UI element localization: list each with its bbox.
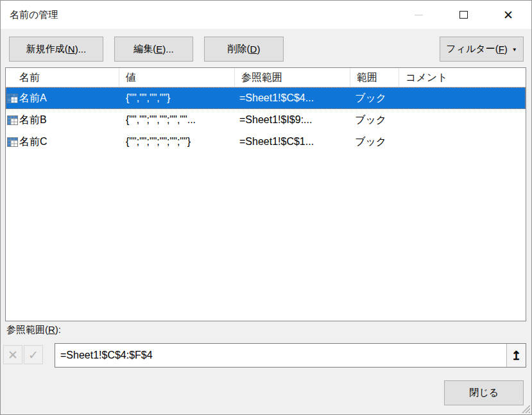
column-header-name[interactable]: 名前 (6, 68, 119, 87)
collapse-dialog-button[interactable]: ↥ (506, 344, 526, 367)
scope-cell: ブック (350, 109, 399, 131)
defined-name-icon (7, 115, 18, 125)
maximize-icon (459, 11, 468, 19)
defined-name-icon (7, 94, 18, 103)
refers-to-box: ↥ (55, 343, 526, 368)
scope-cell: ブック (350, 87, 399, 109)
new-button-suffix: )... (75, 44, 87, 55)
column-header-refers-to[interactable]: 参照範囲 (235, 68, 350, 87)
name-cell: 名前A (19, 87, 47, 109)
delete-button-label: 削除( (228, 43, 250, 55)
table-row-name-b[interactable]: 名前B {"","";"","";"",""... =Sheet1!$I$9:.… (6, 109, 526, 131)
delete-button-suffix: ) (257, 44, 260, 55)
filter-button-suffix: ) (504, 44, 508, 55)
collapse-dialog-icon: ↥ (511, 348, 522, 363)
table-row-name-a[interactable]: 名前A {"","","",""} =Sheet1!$C$4... ブック (6, 87, 526, 109)
value-cell: {"";"";"";"";"";""} (119, 131, 235, 153)
close-window-button[interactable]: ✕ (493, 1, 523, 29)
window-title: 名前の管理 (10, 1, 58, 29)
value-cell: {"","";"","";"",""... (119, 109, 235, 131)
refers-to-input[interactable] (55, 344, 506, 367)
refers-to-cell: =Sheet1!$C$4... (235, 87, 350, 109)
resize-grip[interactable] (520, 403, 530, 413)
cancel-edit-button: ✕ (3, 345, 22, 364)
edit-button-label: 編集( (133, 43, 156, 55)
delete-name-button[interactable]: 削除(D) (204, 37, 284, 62)
close-icon: ✕ (503, 9, 513, 21)
filter-button-mnemonic: F (499, 44, 504, 55)
check-icon: ✓ (28, 349, 39, 361)
titlebar: 名前の管理 ✕ (1, 1, 531, 29)
table-row-name-c[interactable]: 名前C {"";"";"";"";"";""} =Sheet1!$C$1... … (6, 131, 526, 153)
minimize-button (404, 1, 433, 29)
new-name-button[interactable]: 新規作成(N)... (9, 37, 103, 62)
new-button-label: 新規作成( (26, 43, 68, 55)
edit-button-suffix: )... (162, 44, 174, 55)
column-header-value[interactable]: 値 (119, 68, 235, 87)
edit-button-mnemonic: E (156, 44, 162, 55)
cancel-icon: ✕ (8, 349, 18, 361)
minimize-icon (415, 15, 423, 15)
name-cell: 名前C (19, 131, 47, 153)
value-cell: {"","","",""} (119, 87, 235, 109)
name-cell: 名前B (19, 109, 47, 131)
confirm-edit-button: ✓ (24, 345, 43, 364)
filter-button-label: フィルター( (446, 43, 498, 55)
scope-cell: ブック (350, 131, 399, 153)
column-header-scope[interactable]: 範囲 (350, 68, 399, 87)
column-header-comment[interactable]: コメント (399, 68, 526, 87)
filter-button[interactable]: フィルター(F) ▼ (440, 37, 524, 62)
dropdown-arrow-icon: ▼ (512, 47, 517, 53)
list-header: 名前 値 参照範囲 範囲 コメント (6, 68, 526, 87)
refers-to-cell: =Sheet1!$I$9:... (235, 109, 350, 131)
names-list: 名前 値 参照範囲 範囲 コメント 名前A {"","","",""} (5, 67, 526, 321)
defined-name-icon (7, 137, 18, 147)
new-button-mnemonic: N (68, 44, 75, 55)
edit-name-button[interactable]: 編集(E)... (114, 37, 193, 62)
maximize-button[interactable] (449, 1, 478, 29)
delete-button-mnemonic: D (250, 44, 257, 55)
refers-to-cell: =Sheet1!$C$1... (235, 131, 350, 153)
refers-to-label: 参照範囲(R): (6, 324, 61, 336)
close-button[interactable]: 閉じる (444, 380, 524, 405)
name-manager-dialog: 名前の管理 ✕ 新規作成(N)... 編集(E)... 削除(D) フィルター(… (0, 0, 532, 415)
